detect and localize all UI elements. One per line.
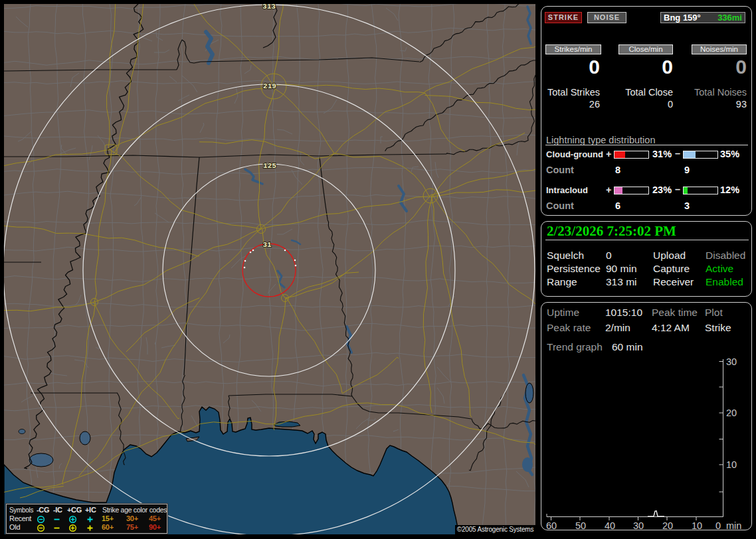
svg-text:min: min [726,520,741,530]
svg-text:10: 10 [692,520,702,530]
svg-text:30: 30 [633,520,644,530]
svg-text:50: 50 [575,520,586,530]
svg-text:313: 313 [262,4,276,11]
svg-text:10: 10 [726,459,737,470]
svg-text:60: 60 [546,520,557,530]
svg-text:20: 20 [726,408,737,418]
svg-text:219: 219 [263,82,276,90]
svg-text:30: 30 [726,356,737,367]
svg-text:40: 40 [605,520,615,530]
svg-text:125: 125 [263,162,276,170]
svg-text:20: 20 [662,520,673,530]
svg-text:31: 31 [262,241,272,249]
svg-text:0: 0 [715,520,721,530]
